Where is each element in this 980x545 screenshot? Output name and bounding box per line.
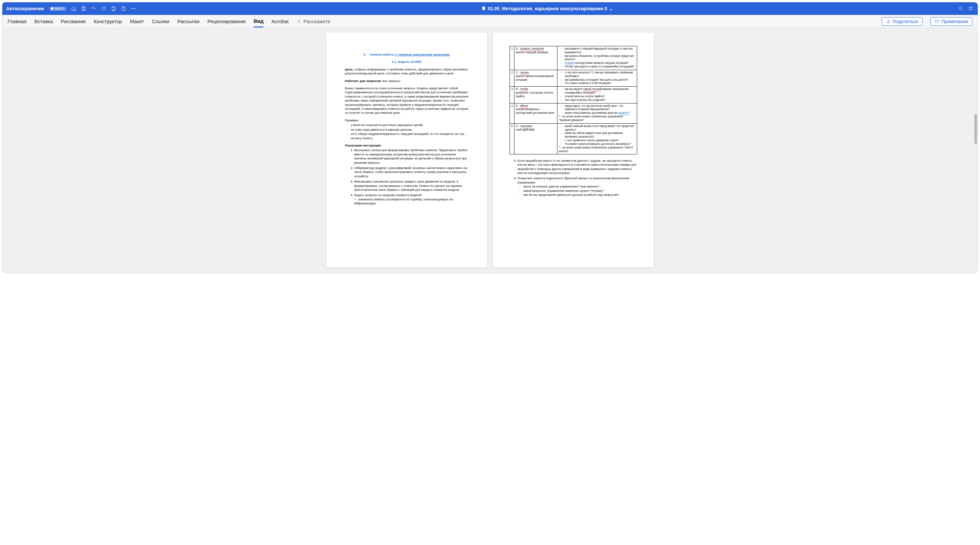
list-item: как можно обозначить ту проблему, котору… <box>562 54 635 62</box>
tab-insert[interactable]: Вставка <box>34 16 53 27</box>
tab-acrobat[interactable]: Acrobat <box>272 16 289 27</box>
more-icon[interactable] <box>130 6 136 11</box>
subheading: 5.1. модель SCORE <box>392 60 421 64</box>
list-item: есть общая неудовлетворенность текущей с… <box>351 132 469 140</box>
list-item: Фиксировать письменно результат каждого … <box>354 180 469 192</box>
steps-note: * - элементы модели исследуются по поряд… <box>354 198 453 205</box>
list-item: Попросить клиента поделиться обратной св… <box>517 176 637 197</box>
row-number: 5 <box>510 123 514 155</box>
redo-icon[interactable] <box>100 6 107 11</box>
list-item: как развивалась ситуация? Как долго она … <box>562 78 635 82</box>
description: Может применяться на этапе уточнения зап… <box>345 86 469 115</box>
word-doc-icon <box>481 6 486 11</box>
table-row: 5O - outcomesплан действийкакой главный … <box>510 123 637 155</box>
score-table: 1S - situation, symptomsанализ текущей с… <box>509 46 637 155</box>
tab-references[interactable]: Ссылки <box>152 16 169 27</box>
tab-draw[interactable]: Рисование <box>61 16 86 27</box>
heading-link: с типовым карьерными запросами <box>395 53 450 56</box>
row-term: E - effectsанализ возможных последствий … <box>514 103 557 123</box>
list-item: чего вам хотелось бы в идеале? <box>562 99 635 102</box>
row-number: 4 <box>510 103 514 123</box>
titlebar: Автосохранение ВЫКЛ. 01.05_Методология_к… <box>2 2 978 15</box>
list-item: как вы видите самый лучший вариант разре… <box>562 88 635 95</box>
svg-point-6 <box>298 20 300 22</box>
steps-label: Пошаговая инструкция: <box>345 143 469 148</box>
scrollbar-thumb[interactable] <box>974 114 977 144</box>
row-number: 1 <box>510 46 514 70</box>
document-title[interactable]: 01.05_Методология_карьерное консультиров… <box>136 6 958 11</box>
svg-point-4 <box>969 7 970 8</box>
list-item: какой результат упражнения наиболее цене… <box>523 189 637 193</box>
list-item: с чего правильно начать движение к цели? <box>562 139 635 143</box>
row-term: S - situation, symptomsанализ текущей си… <box>514 46 557 70</box>
svg-point-0 <box>132 8 132 9</box>
list-item: у меня не получается достигать карьерных… <box>351 123 469 127</box>
works-text: все запросы <box>382 79 400 83</box>
list-item: как бы вы предложили двигаться дальше в … <box>523 193 637 197</box>
row-number: 3 <box>510 87 514 103</box>
share-button[interactable]: Поделиться <box>882 17 923 26</box>
app-window: Автосохранение ВЫКЛ. 01.05_Методология_к… <box>2 2 978 273</box>
row-questions: с чего все началось? С чем вы связываете… <box>557 70 637 86</box>
examples-list: у меня не получается достигать карьерных… <box>345 123 469 140</box>
row-number: 2 <box>510 70 514 86</box>
row-term: O - outcomesплан действий <box>514 123 557 155</box>
tab-view[interactable]: Вид <box>254 16 264 27</box>
list-item: что может помочь/помешать достигнуть жел… <box>562 143 635 146</box>
toggle-dot-icon <box>51 7 54 10</box>
tab-home[interactable]: Главная <box>8 16 27 27</box>
page-2: 1S - situation, symptomsанализ текущей с… <box>493 33 654 268</box>
template-icon[interactable] <box>120 6 126 11</box>
goal-label: Цель: <box>345 67 354 71</box>
svg-point-5 <box>971 7 972 8</box>
list-item: Выслушать начальную формулировку проблем… <box>354 148 469 165</box>
tab-review[interactable]: Рецензирование <box>208 16 246 27</box>
tell-me[interactable]: Расскажите <box>297 19 331 24</box>
row-note: * - на этом этапе можно подключить упраж… <box>559 115 635 123</box>
list-item: представьте, что вы достигли своей цели … <box>562 105 635 112</box>
list-item: Задать вопросы по каждому элементу модел… <box>354 193 469 206</box>
list-item: какие вы сейчас видите шаги для достижен… <box>562 132 635 139</box>
undo-icon[interactable] <box>91 6 97 11</box>
row-questions: представьте, что вы достигли своей цели … <box>557 103 637 123</box>
table-row: 4E - effectsанализ возможных последствий… <box>510 103 637 123</box>
goal-text: собрать информацию о проблеме клиента, с… <box>345 67 468 75</box>
svg-point-2 <box>135 8 135 9</box>
share-people-icon[interactable] <box>968 6 974 11</box>
list-item: какие плюсы/минусы достижения цели вы ви… <box>562 112 635 115</box>
steps-list: Выслушать начальную формулировку проблем… <box>345 148 469 206</box>
list-item: Аббревиатуру модели с расшифровкой основ… <box>354 166 469 178</box>
list-item: какой главный вызов стоит перед вами? Чт… <box>562 125 635 132</box>
svg-point-1 <box>133 8 134 9</box>
works-label: Работает для запросов: <box>345 79 382 83</box>
chevron-down-icon: ⌄ <box>609 6 613 11</box>
list-item: не знаю куда двигаться в карьере дальше, <box>351 127 469 132</box>
row-questions: расскажите о текущей карьерной ситуации,… <box>557 46 637 70</box>
list-item: было ли полезно данное упражнение? Чем и… <box>523 185 637 188</box>
heading-number: 5. <box>364 53 366 56</box>
list-item: что вы чувствуете в связи со сложившейся… <box>562 65 635 69</box>
row-term: R - resultsрезультат, к которому хочется… <box>514 87 557 103</box>
list-item: с чего все началось? С чем вы связываете… <box>562 71 635 78</box>
ribbon: Главная Вставка Рисование Конструктор Ма… <box>2 15 978 28</box>
autosave-toggle[interactable]: ВЫКЛ. <box>49 6 67 11</box>
print-icon[interactable] <box>110 6 116 11</box>
home-icon[interactable] <box>71 6 77 11</box>
table-row: 2C - causesанализ причин возникновения с… <box>510 70 637 86</box>
tab-design[interactable]: Конструктор <box>94 16 122 27</box>
search-icon[interactable] <box>958 6 964 11</box>
tab-mailings[interactable]: Рассылки <box>177 16 199 27</box>
list-item: к каким последствиям привела текущая сит… <box>562 62 635 65</box>
document-canvas[interactable]: 5. Техники работы с типовым карьерными з… <box>2 28 978 273</box>
heading-text-plain: Техники работы <box>370 53 395 56</box>
comments-button[interactable]: Примечания <box>931 17 972 26</box>
autosave-state: ВЫКЛ. <box>55 7 65 11</box>
feedback-list: было ли полезно данное упражнение? Чем и… <box>517 185 637 197</box>
row-note: * - на этом этапе можно подключить упраж… <box>559 146 635 153</box>
save-icon[interactable] <box>81 6 87 11</box>
tab-layout[interactable]: Макет <box>130 16 144 27</box>
continued-steps: Если проработка какого-то из элементов д… <box>509 159 637 197</box>
list-item: расскажите о текущей карьерной ситуации,… <box>562 47 635 54</box>
page-1: 5. Техники работы с типовым карьерными з… <box>326 33 487 268</box>
list-item: что самое сложное в этой ситуации? <box>562 82 635 85</box>
